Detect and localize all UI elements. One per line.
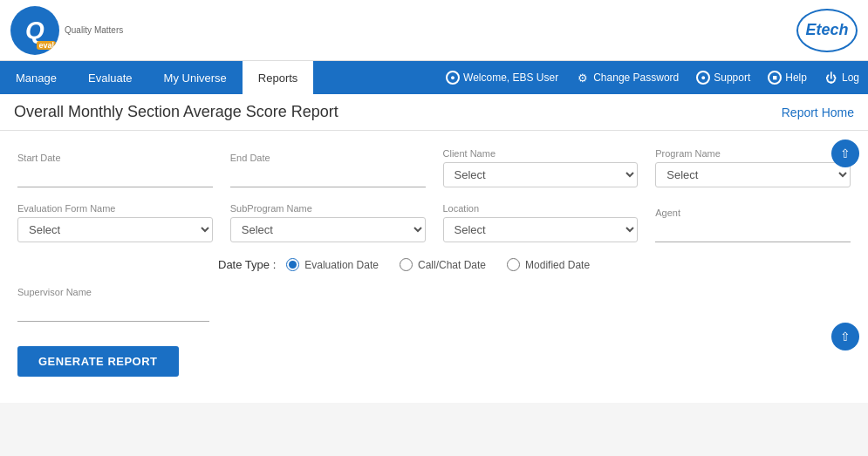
supervisor-label: Supervisor Name — [17, 287, 209, 297]
program-name-select[interactable]: Select — [655, 162, 851, 187]
program-name-label: Program Name — [655, 148, 851, 159]
radio-evaluation-date-label: Evaluation Date — [304, 259, 379, 271]
supervisor-row: Supervisor Name — [17, 287, 851, 322]
radio-modified-date-input[interactable] — [507, 258, 520, 271]
program-name-field: Program Name Select — [655, 148, 851, 187]
nav-manage[interactable]: Manage — [0, 61, 72, 94]
form-row-1: Start Date End Date Client Name Select P… — [17, 148, 851, 187]
power-icon: ⏻ — [824, 71, 838, 85]
page-content: Overall Monthly Section Average Score Re… — [0, 94, 868, 403]
help-label: Help — [785, 71, 807, 84]
date-type-label: Date Type : — [218, 258, 276, 271]
date-type-row: Date Type : Evaluation Date Call/Chat Da… — [17, 258, 851, 271]
page-title: Overall Monthly Section Average Score Re… — [14, 103, 338, 121]
start-date-field: Start Date — [17, 153, 213, 187]
client-name-label: Client Name — [443, 148, 639, 159]
client-name-select[interactable]: Select — [443, 162, 639, 187]
eval-form-label: Evaluation Form Name — [17, 203, 213, 214]
radio-call-chat-date-label: Call/Chat Date — [418, 259, 486, 271]
subprogram-label: SubProgram Name — [230, 203, 426, 214]
agent-input[interactable] — [655, 221, 851, 242]
start-date-label: Start Date — [17, 153, 213, 163]
radio-modified-date-label: Modified Date — [525, 259, 590, 271]
form-area: ⇧ Start Date End Date Client Name Select… — [0, 131, 868, 403]
logout-label: Log — [842, 71, 859, 84]
scroll-up-button-bottom[interactable]: ⇧ — [831, 323, 859, 351]
radio-evaluation-date-input[interactable] — [286, 258, 299, 271]
supervisor-field: Supervisor Name — [17, 287, 209, 322]
subprogram-select[interactable]: Select — [230, 217, 426, 242]
nav-bar: Manage Evaluate My Universe Reports ● We… — [0, 61, 868, 94]
eval-form-field: Evaluation Form Name Select — [17, 203, 213, 242]
nav-right-group: ● Welcome, EBS User ⚙ Change Password ● … — [437, 71, 868, 85]
nav-logout[interactable]: ⏻ Log — [816, 71, 868, 85]
location-field: Location Select — [443, 203, 639, 242]
supervisor-input[interactable] — [17, 301, 209, 322]
end-date-field: End Date — [230, 153, 426, 187]
gear-icon: ⚙ — [576, 71, 590, 85]
form-row-2: Evaluation Form Name Select SubProgram N… — [17, 203, 851, 242]
report-home-link[interactable]: Report Home — [782, 105, 854, 119]
nav-evaluate[interactable]: Evaluate — [72, 61, 148, 94]
location-label: Location — [443, 203, 639, 214]
agent-field: Agent — [655, 208, 851, 242]
client-name-field: Client Name Select — [443, 148, 639, 187]
top-header: Q eval Quality Matters Etech — [0, 0, 868, 61]
scroll-up-button-top[interactable]: ⇧ — [831, 140, 859, 167]
nav-welcome: ● Welcome, EBS User — [437, 71, 567, 85]
subprogram-field: SubProgram Name Select — [230, 203, 426, 242]
end-date-input[interactable] — [230, 167, 426, 187]
eval-form-select[interactable]: Select — [17, 217, 213, 242]
logo-area: Q eval Quality Matters — [10, 6, 123, 55]
qeval-logo: Q eval — [10, 6, 59, 55]
start-date-input[interactable] — [17, 167, 213, 187]
help-icon: ■ — [768, 71, 782, 85]
change-password-label: Change Password — [593, 71, 679, 84]
nav-help[interactable]: ■ Help — [759, 71, 816, 85]
generate-report-button[interactable]: GENERATE REPORT — [17, 346, 179, 377]
radio-call-chat-date-input[interactable] — [400, 258, 413, 271]
location-select[interactable]: Select — [443, 217, 639, 242]
logo-q-letter: Q — [25, 18, 44, 43]
end-date-label: End Date — [230, 153, 426, 163]
person-icon: ● — [446, 71, 460, 85]
etech-logo: Etech — [796, 9, 858, 52]
nav-change-password[interactable]: ⚙ Change Password — [567, 71, 687, 85]
radio-evaluation-date[interactable]: Evaluation Date — [286, 258, 379, 271]
radio-call-chat-date[interactable]: Call/Chat Date — [400, 258, 486, 271]
nav-my-universe[interactable]: My Universe — [148, 61, 243, 94]
date-type-radio-group: Evaluation Date Call/Chat Date Modified … — [286, 258, 590, 271]
etech-label: Etech — [805, 21, 848, 39]
page-title-bar: Overall Monthly Section Average Score Re… — [0, 94, 868, 131]
welcome-label: Welcome, EBS User — [463, 71, 558, 84]
agent-label: Agent — [655, 208, 851, 218]
radio-modified-date[interactable]: Modified Date — [507, 258, 590, 271]
support-icon: ● — [696, 71, 710, 85]
logo-eval-text: eval — [37, 41, 56, 50]
nav-reports[interactable]: Reports — [243, 61, 314, 94]
logo-subtitle: Quality Matters — [65, 25, 123, 35]
nav-support[interactable]: ● Support — [687, 71, 759, 85]
support-label: Support — [714, 71, 750, 84]
